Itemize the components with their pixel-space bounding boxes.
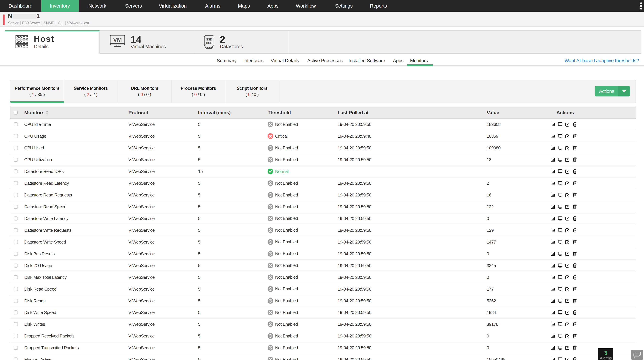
- svg-text:VM: VM: [113, 36, 122, 43]
- svg-text:SSD: SSD: [206, 38, 212, 41]
- svg-text:HDD: HDD: [206, 41, 212, 45]
